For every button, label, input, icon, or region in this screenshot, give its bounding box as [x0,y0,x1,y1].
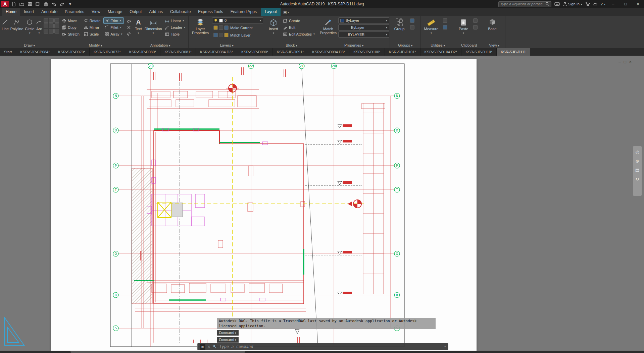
arc-flyout-icon[interactable]: ▾ [38,31,40,35]
navigation-bar[interactable]: ◎ ⊕ ▤ ↻ [633,146,642,196]
ribbon-tab-home[interactable]: Home [2,8,20,16]
modify-panel-footer[interactable]: Modify▾ [59,43,132,48]
orbit-icon[interactable]: ↻ [636,177,639,182]
plot-icon[interactable] [43,1,49,7]
file-tab-ksr-sjp-d084-d3[interactable]: KSR-SJP-D084 D3* [196,48,237,56]
pan-icon[interactable]: ⊕ [636,159,639,164]
explode-button[interactable] [126,24,132,31]
scale-button[interactable]: Scale [83,31,102,37]
draw-extra-tools[interactable] [44,17,59,43]
lineweight-select[interactable]: ——— ByLayer ▾ [338,24,389,31]
id-point-button[interactable] [442,24,449,31]
make-current-button[interactable]: Make Current [212,24,263,31]
new-file-icon[interactable] [10,1,17,7]
circle-flyout-icon[interactable]: ▾ [29,31,30,35]
move-button[interactable]: Move [61,17,81,24]
command-line[interactable]: ▦ × Type a command ▾ [197,343,448,350]
circle-button[interactable]: Circle ▾ [25,17,34,43]
create-block-button[interactable]: Create [282,17,316,24]
trim-button[interactable]: Trim▾ [103,17,123,24]
cut-button[interactable] [472,17,479,24]
dwg-restore-button[interactable]: □ [624,60,626,64]
save-icon[interactable] [27,1,33,7]
maximize-button[interactable]: □ [621,1,630,7]
file-tab-ksr-sjp-d101[interactable]: KSR-SJP-D101* [385,48,420,56]
help-search-input[interactable]: Type a keyword or phrase [498,1,551,7]
fillet-button[interactable]: Fillet▾ [103,24,123,31]
table-button[interactable]: Table [164,31,187,37]
edit-block-button[interactable]: Edit [282,24,316,31]
ribbon-display-toggle[interactable]: ▣ ▾ [281,9,292,16]
file-tab-start[interactable]: Start [0,48,16,56]
match-layer-button[interactable]: Match Layer [212,32,263,38]
sign-in-button[interactable]: Sign In ▾ [563,2,582,6]
connect-icon[interactable] [593,2,598,6]
text-button[interactable]: A Text ▾ [134,17,143,43]
close-button[interactable]: × [633,1,643,7]
ribbon-tab-layout[interactable]: Layout [261,8,281,16]
command-history-icon[interactable]: ▾ [444,345,446,348]
file-tab-ksr-sjp-d100[interactable]: KSR-SJP-D100* [349,48,385,56]
mirror-button[interactable]: Mirror [83,24,102,31]
copy-button[interactable]: Copy [61,24,81,31]
ribbon-tab-insert[interactable]: Insert [20,8,38,16]
base-button[interactable]: Base [485,17,500,43]
file-tab-ksr-sjp-d072[interactable]: KSR-SJP-D072* [90,48,125,56]
ungroup-button[interactable] [409,17,416,24]
rotate-button[interactable]: Rotate [83,17,102,24]
erase-button[interactable] [126,17,132,24]
app-store-cart-icon[interactable] [585,2,590,6]
arc-button[interactable]: Arc ▾ [36,17,42,43]
line-button[interactable]: Line [2,17,9,43]
annotation-panel-footer[interactable]: Annotation▾ [132,43,188,48]
layer-properties-button[interactable]: Layer Properties [190,17,210,43]
drawing-area[interactable]: 23222128NDPTQRSNDPTQRS [0,56,644,353]
leader-button[interactable]: Leader▾ [164,24,187,31]
redo-icon[interactable] [59,1,65,7]
file-tab-ksr-sjp-d070[interactable]: KSR-SJP-D070* [54,48,90,56]
draw-panel-footer[interactable]: Draw▾ [0,43,59,48]
file-tab-ksr-sjp-d110[interactable]: KSR-SJP-D110* [461,48,497,56]
save-as-icon[interactable] [35,1,41,7]
groups-panel-footer[interactable]: Groups▾ [390,43,420,48]
file-tab-ksr-sjp-d090[interactable]: KSR-SJP-D090* [237,48,273,56]
measure-button[interactable]: Measure ▾ [423,17,440,43]
object-color-select[interactable]: ByLayer ▾ [338,17,389,23]
ribbon-tab-view[interactable]: View [88,8,104,16]
ribbon-tab-express-tools[interactable]: Express Tools [194,8,227,16]
block-panel-footer[interactable]: Block▾ [265,43,318,48]
qat-customize-icon[interactable]: ▾ [67,1,73,7]
ribbon-tab-add-ins[interactable]: Add-ins [145,8,166,16]
layers-panel-footer[interactable]: Layers▾ [189,43,265,48]
linetype-select[interactable]: – – – BYLAYER ▾ [338,32,389,38]
stretch-button[interactable]: Stretch [61,31,81,37]
view-panel-footer[interactable]: View▾ [483,43,505,48]
dwg-minimize-button[interactable]: – [618,60,621,64]
properties-panel-footer[interactable]: Properties▾ [318,43,390,48]
ribbon-tab-manage[interactable]: Manage [104,8,126,16]
command-customize-icon[interactable]: ▦ [200,344,205,350]
ribbon-tab-annotate[interactable]: Annotate [38,8,61,16]
autocad-logo-icon[interactable]: A [1,1,9,7]
file-tab-ksr-sjp-d111[interactable]: KSR-SJP-D111 [497,48,530,56]
keyboard-icon[interactable] [554,2,560,6]
drawing-canvas[interactable]: 23222128NDPTQRSNDPTQRS [51,59,477,351]
utilities-panel-footer[interactable]: Utilities▾ [421,43,455,48]
horizontal-scrollbar[interactable] [0,351,644,353]
layer-select[interactable]: 0 ▾ [212,17,263,23]
paste-button[interactable]: Paste ▾ [457,17,470,43]
undo-icon[interactable] [51,1,57,7]
command-close-icon[interactable]: × [208,344,210,349]
file-tab-ksr-sjp-d091[interactable]: KSR-SJP-D091* [273,48,308,56]
command-input[interactable]: Type a command [219,344,253,349]
group-edit-button[interactable] [409,24,416,31]
zoom-icon[interactable]: ▤ [635,168,639,173]
dwg-close-button[interactable]: × [629,60,632,64]
edit-attributes-button[interactable]: Edit Attributes▾ [282,31,316,37]
open-file-icon[interactable] [18,1,25,7]
insert-button[interactable]: Insert ▾ [267,17,280,43]
ribbon-tab-featured-apps[interactable]: Featured Apps [227,8,260,16]
ribbon-tab-output[interactable]: Output [126,8,145,16]
scrollbar-thumb[interactable] [70,351,245,353]
minimize-button[interactable]: – [608,1,618,7]
